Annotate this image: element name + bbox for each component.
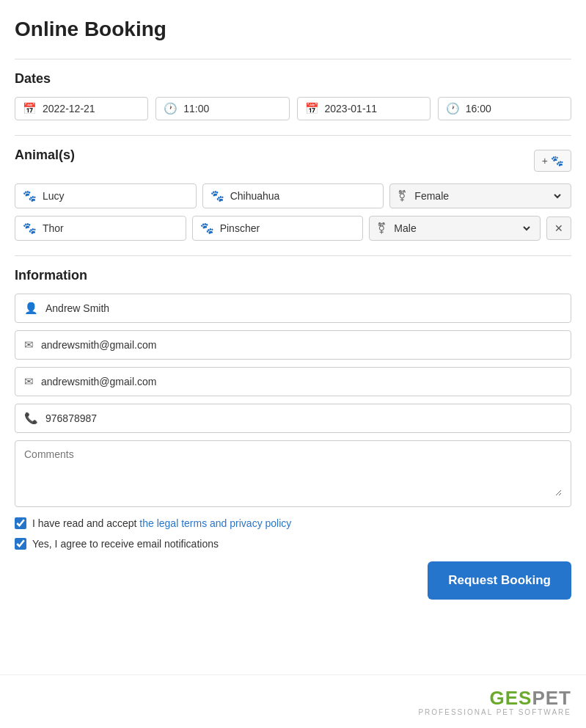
animal-name-input-1[interactable] [43,190,188,202]
paw-icon-2: 🐾 [200,222,214,235]
logo-pet: PET [532,687,571,709]
animal-breed-input-1[interactable] [230,190,376,202]
animal-row-2: 🐾 🐾 ⚧ Male Female Unknown ✕ [15,216,571,241]
animal-gender-field-1: ⚧ Female Male Unknown [389,183,571,208]
plus-icon: + [542,155,548,167]
comments-field [15,440,571,507]
notifications-label: Yes, I agree to receive email notificati… [32,538,219,550]
logo-ges: GES [490,687,532,709]
animal-breed-field-2: 🐾 [192,216,364,241]
request-booking-button[interactable]: Request Booking [428,561,571,600]
start-time-input[interactable] [183,103,281,114]
animal-name-input-2[interactable] [43,222,178,234]
pet-icon-1: 🐾 [23,189,37,203]
legal-label: I have read and accept the legal terms a… [32,517,291,529]
email-confirm-field: ✉ [15,367,571,396]
start-date-input[interactable] [43,103,140,114]
add-animal-button[interactable]: + 🐾 [534,150,571,172]
calendar-icon-2: 📅 [305,102,319,115]
end-date-field: 📅 [297,97,431,120]
pet-icon-2: 🐾 [23,222,37,235]
end-time-field: 🕐 [438,97,571,120]
booking-btn-row: Request Booking [15,561,571,600]
email-icon: ✉ [24,338,34,352]
dates-row: 📅 🕐 📅 🕐 [15,97,571,120]
phone-input[interactable] [45,412,562,424]
phone-icon: 📞 [24,412,38,425]
dates-section-title: Dates [15,71,571,87]
gender-icon-2: ⚧ [377,222,387,235]
legal-checkbox[interactable] [15,517,26,529]
animal-breed-input-2[interactable] [220,222,356,234]
start-date-field: 📅 [15,97,148,120]
notifications-checkbox-row: Yes, I agree to receive email notificati… [15,538,571,550]
animal-gender-select-2[interactable]: Male Female Unknown [391,222,532,235]
legal-link[interactable]: the legal terms and privacy policy [139,517,291,529]
animal-name-field-1: 🐾 [15,183,197,208]
email-confirm-icon: ✉ [24,375,34,388]
gender-icon-1: ⚧ [398,189,407,203]
remove-animal-button-2[interactable]: ✕ [546,216,571,240]
animal-breed-field-1: 🐾 [202,183,384,208]
animals-section: Animal(s) + 🐾 🐾 🐾 ⚧ [15,135,571,241]
gespet-logo: GESPET PROFESSIONAL PET SOFTWARE [418,687,571,716]
email-input[interactable] [41,339,562,351]
paw-icon: 🐾 [551,155,563,167]
footer: GESPET PROFESSIONAL PET SOFTWARE [0,674,586,728]
email-confirm-input[interactable] [41,376,562,387]
calendar-icon: 📅 [23,102,37,115]
page-title: Online Booking [15,18,571,41]
end-time-input[interactable] [466,103,563,114]
clock-icon-2: 🕐 [446,102,460,115]
animal-row-1: 🐾 🐾 ⚧ Female Male Unknown [15,183,571,208]
legal-text-before: I have read and accept [32,517,139,529]
information-section-title: Information [15,268,571,283]
paw-icon-1: 🐾 [210,189,224,203]
notifications-checkbox[interactable] [15,538,26,550]
dates-section: Dates 📅 🕐 📅 🕐 [15,59,571,120]
phone-field: 📞 [15,404,571,433]
email-field: ✉ [15,330,571,360]
logo-sub: PROFESSIONAL PET SOFTWARE [418,708,571,716]
comments-textarea[interactable] [24,448,562,496]
start-time-field: 🕐 [155,97,289,120]
full-name-field: 👤 [15,294,571,323]
clock-icon: 🕐 [164,102,177,115]
animals-section-title: Animal(s) [15,148,75,163]
logo-text: GESPET [418,687,571,710]
legal-checkbox-row: I have read and accept the legal terms a… [15,517,571,529]
information-section: Information 👤 ✉ ✉ 📞 [15,255,571,600]
animal-name-field-2: 🐾 [15,216,186,241]
end-date-input[interactable] [325,103,422,114]
animals-header: Animal(s) + 🐾 [15,148,571,173]
person-icon: 👤 [24,302,38,315]
animal-gender-field-2: ⚧ Male Female Unknown [369,216,541,241]
full-name-input[interactable] [45,302,562,314]
animal-gender-select-1[interactable]: Female Male Unknown [411,189,563,203]
